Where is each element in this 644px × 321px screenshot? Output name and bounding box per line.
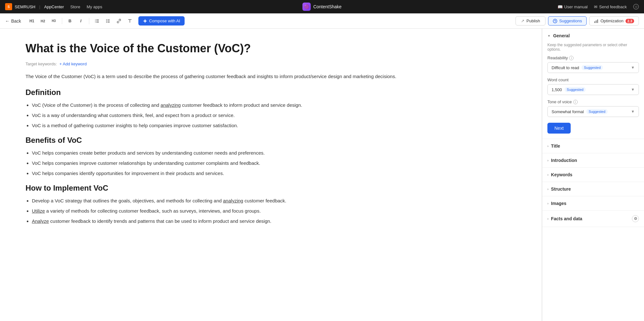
list-item: VoC helps companies improve customer rel… (32, 159, 516, 167)
structure-chevron-icon: › (547, 187, 548, 191)
readability-label-row: Readability i (547, 55, 639, 60)
svg-rect-14 (594, 21, 595, 23)
analyzing-link-1[interactable]: analyzing (161, 102, 181, 108)
list-item: VoC helps companies create better produc… (32, 149, 516, 157)
brand-logo-area[interactable]: S SEMRUSH | AppCenter (5, 3, 64, 10)
title-chevron-icon: › (547, 144, 548, 148)
suggestions-tab[interactable]: Suggestions (548, 16, 587, 26)
back-arrow-icon: ← (5, 18, 10, 24)
definition-list: VoC (Voice of the Customer) is the proce… (32, 101, 516, 129)
svg-point-13 (555, 22, 555, 22)
images-chevron-icon: › (547, 202, 548, 205)
next-button[interactable]: Next (547, 123, 571, 134)
top-navigation: S SEMRUSH | AppCenter Store My apps 🟣 Co… (0, 0, 644, 13)
link-button[interactable] (115, 17, 123, 25)
add-keyword-button[interactable]: + Add keyword (59, 62, 87, 66)
send-feedback-label: Send feedback (599, 4, 627, 9)
publish-arrow-icon: ↗ (521, 18, 524, 23)
feedback-icon: ✉ (594, 4, 597, 9)
article-title[interactable]: What is the Voice of the Customer (VoC)? (26, 41, 516, 55)
images-section: › Images (542, 196, 644, 211)
compose-ai-button[interactable]: Compose with AI (138, 16, 185, 26)
app-name-label: ContentShake (313, 4, 342, 9)
optimization-tab-label: Optimization (600, 18, 623, 23)
back-button[interactable]: ← Back (5, 18, 21, 24)
analyzing-link-2[interactable]: analyzing (223, 198, 243, 203)
myapps-link[interactable]: My apps (87, 4, 102, 9)
tone-label-row: Tone of voice i (547, 99, 639, 104)
word-count-chevron-icon: ▼ (631, 87, 635, 92)
bullet-list-button[interactable] (104, 17, 112, 25)
readability-dropdown[interactable]: Difficult to read Suggested ▼ (547, 62, 639, 73)
h3-button[interactable]: H3 (50, 17, 58, 25)
more-format-button[interactable]: ⊤ (126, 17, 134, 25)
toolbar-separator-2 (89, 18, 89, 24)
general-hint: Keep the suggested parameters or select … (547, 43, 639, 52)
keywords-section-label: Keywords (551, 172, 572, 177)
facts-section-header[interactable]: › Facts and data ⚙ (542, 211, 644, 227)
structure-section: › Structure (542, 182, 644, 196)
list-item: Utilize a variety of methods for collect… (32, 207, 516, 215)
svg-rect-16 (597, 19, 598, 23)
structure-section-label: Structure (551, 186, 571, 192)
structure-section-header[interactable]: › Structure (542, 182, 644, 196)
toolbar-right-area: ↗ Publish Suggestions Optimization 2.3 (516, 16, 639, 26)
bold-button[interactable]: B (66, 17, 74, 25)
ordered-list-button[interactable]: 1 2 3 (93, 17, 101, 25)
suggestions-icon (553, 19, 557, 23)
svg-text:3: 3 (95, 21, 96, 23)
h1-button[interactable]: H1 (27, 17, 36, 25)
tone-chevron-icon: ▼ (631, 109, 635, 114)
settings-icon[interactable]: ⚙ (633, 4, 639, 10)
back-label: Back (11, 18, 21, 24)
analyze-link[interactable]: Analyze (32, 218, 49, 224)
user-manual-link[interactable]: 📖 User manual (558, 4, 588, 9)
readability-label: Readability (547, 55, 568, 60)
svg-point-8 (106, 20, 106, 21)
semrush-logo: S (5, 3, 12, 10)
keywords-section-header[interactable]: › Keywords (542, 168, 644, 182)
introduction-section-header[interactable]: › Introduction (542, 153, 644, 167)
list-item: VoC helps companies identify opportuniti… (32, 170, 516, 177)
facts-section: › Facts and data ⚙ (542, 211, 644, 227)
introduction-chevron-icon: › (547, 159, 548, 162)
store-link[interactable]: Store (70, 4, 80, 9)
facts-settings-icon[interactable]: ⚙ (632, 215, 639, 222)
publish-button[interactable]: ↗ Publish (516, 16, 545, 26)
title-section-label: Title (551, 143, 560, 149)
readability-chevron-icon: ▼ (631, 65, 635, 70)
definition-heading: Definition (26, 88, 516, 97)
tone-info-icon[interactable]: i (573, 100, 578, 104)
editor-area[interactable]: What is the Voice of the Customer (VoC)?… (0, 29, 542, 321)
app-center-area: 🟣 ContentShake (303, 3, 342, 11)
keywords-chevron-icon: › (547, 173, 548, 177)
keywords-section: › Keywords (542, 168, 644, 182)
send-feedback-link[interactable]: ✉ Send feedback (594, 4, 627, 9)
list-item: Develop a VoC strategy that outlines the… (32, 197, 516, 205)
italic-button[interactable]: I (77, 17, 85, 25)
word-count-dropdown-left: 1,500 Suggested (552, 87, 586, 92)
readability-info-icon[interactable]: i (569, 56, 574, 60)
h2-button[interactable]: H2 (39, 17, 47, 25)
readability-value: Difficult to read (552, 65, 579, 70)
title-section-header[interactable]: › Title (542, 139, 644, 153)
utilize-link[interactable]: Utilize (32, 208, 45, 214)
general-section-body: Keep the suggested parameters or select … (542, 43, 644, 139)
facts-chevron-icon: › (547, 217, 548, 221)
appcenter-label: AppCenter (44, 4, 64, 9)
intro-paragraph: The Voice of the Customer (VoC) is a ter… (26, 73, 516, 80)
images-section-header[interactable]: › Images (542, 196, 644, 210)
general-section-header[interactable]: ▼ General (542, 29, 644, 43)
target-keywords-row: Target keywords: + Add keyword (26, 62, 516, 66)
tone-dropdown[interactable]: Somewhat formal Suggested ▼ (547, 106, 639, 117)
tone-suggested-badge: Suggested (586, 109, 608, 114)
word-count-label-row: Word count (547, 77, 639, 82)
word-count-dropdown[interactable]: 1,500 Suggested ▼ (547, 84, 639, 95)
main-area: What is the Voice of the Customer (VoC)?… (0, 29, 644, 321)
tone-dropdown-left: Somewhat formal Suggested (552, 109, 608, 114)
tone-label: Tone of voice (547, 99, 572, 104)
compose-ai-label: Compose with AI (149, 18, 180, 23)
user-manual-label: User manual (564, 4, 588, 9)
optimization-tab[interactable]: Optimization 2.3 (589, 16, 639, 26)
list-item: VoC (Voice of the Customer) is the proce… (32, 101, 516, 109)
